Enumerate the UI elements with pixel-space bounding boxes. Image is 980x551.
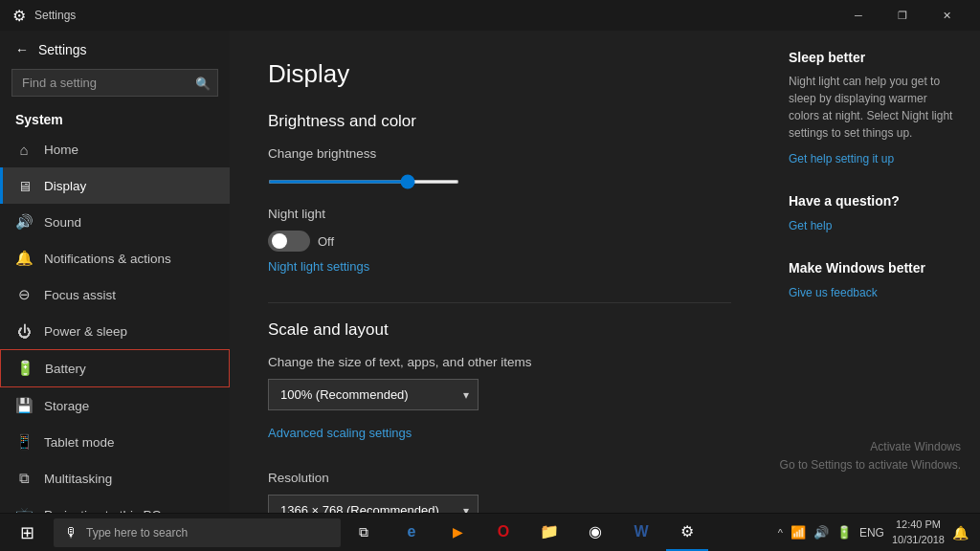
night-light-settings-link[interactable]: Night light settings (268, 259, 369, 274)
scale-dropdown[interactable]: 100% (Recommended) 125% 150% 175% (268, 379, 479, 410)
edge-icon: e (408, 523, 416, 540)
right-link-feedback[interactable]: Give us feedback (789, 286, 878, 299)
right-link-sleep[interactable]: Get help setting it up (789, 152, 894, 165)
sidebar-label-display: Display (44, 179, 86, 193)
sidebar-item-projecting[interactable]: 📺 Projecting to this PC (0, 496, 230, 513)
mic-icon: 🎙 (65, 525, 78, 540)
sidebar-item-notifications[interactable]: 🔔 Notifications & actions (0, 240, 230, 276)
back-icon: ← (15, 42, 29, 57)
right-section-windows: Make Windows better Give us feedback (789, 260, 961, 300)
divider-1 (268, 302, 731, 303)
opera-icon: O (498, 523, 509, 540)
notification-icon[interactable]: 🔔 (952, 525, 969, 540)
toggle-thumb (272, 233, 287, 249)
sidebar-label-focus: Focus assist (44, 288, 116, 302)
right-section-question: Have a question? Get help (789, 193, 961, 233)
volume-icon: 🔊 (813, 525, 829, 540)
sidebar-item-power[interactable]: ⏻ Power & sleep (0, 313, 230, 349)
scale-description: Change the size of text, apps, and other… (268, 355, 731, 369)
tablet-icon: 📱 (15, 433, 33, 451)
advanced-scaling-link[interactable]: Advanced scaling settings (268, 426, 412, 440)
brightness-label: Change brightness (268, 146, 731, 161)
taskbar-app-vlc[interactable]: ▶ (436, 515, 479, 551)
main-settings-panel: Display Brightness and color Change brig… (230, 31, 769, 513)
taskbar-app-chrome[interactable]: ◉ (574, 515, 616, 551)
brightness-section-heading: Brightness and color (268, 112, 731, 131)
scale-section-heading: Scale and layout (268, 320, 731, 340)
network-icon: 📶 (791, 525, 806, 540)
titlebar-controls: ─ ❐ ✕ (836, 0, 969, 31)
taskbar-app-files[interactable]: 📁 (528, 515, 570, 551)
power-icon: ⏻ (15, 322, 33, 340)
taskbar-clock[interactable]: 12:40 PM 10/31/2018 (892, 518, 945, 547)
focus-icon: ⊖ (15, 286, 33, 303)
display-icon: 🖥 (15, 177, 33, 194)
hidden-icons-btn[interactable]: ^ (778, 527, 783, 539)
task-view-icon: ⧉ (359, 524, 368, 540)
notifications-icon: 🔔 (15, 250, 33, 267)
settings-taskbar-icon: ⚙ (680, 522, 694, 540)
night-light-toggle[interactable]: Off (268, 231, 334, 252)
restore-button[interactable]: ❐ (880, 0, 924, 31)
page-title: Display (268, 59, 731, 89)
task-view-button[interactable]: ⧉ (345, 515, 383, 551)
nav-settings-label: Settings (38, 42, 87, 57)
resolution-dropdown[interactable]: 1366 × 768 (Recommended) 1024 × 768 800 … (268, 495, 479, 513)
home-icon: ⌂ (15, 141, 33, 158)
right-link-help[interactable]: Get help (789, 219, 832, 232)
resolution-dropdown-wrapper: 1366 × 768 (Recommended) 1024 × 768 800 … (268, 495, 479, 513)
taskbar-search[interactable]: 🎙 Type here to search (54, 518, 341, 547)
minimize-button[interactable]: ─ (836, 0, 880, 31)
taskbar-date-display: 10/31/2018 (892, 533, 945, 547)
storage-icon: 💾 (15, 397, 33, 414)
taskbar-app-edge[interactable]: e (390, 515, 433, 551)
sidebar-item-battery[interactable]: 🔋 Battery (0, 349, 230, 387)
brightness-slider[interactable] (268, 180, 459, 184)
sidebar-item-multitasking[interactable]: ⧉ Multitasking (0, 460, 230, 496)
search-icon: 🔍 (195, 76, 211, 90)
night-light-row: Off (268, 231, 731, 252)
word-icon: W (634, 523, 648, 540)
taskbar: ⊞ 🎙 Type here to search ⧉ e ▶ O 📁 ◉ W ⚙ … (0, 513, 980, 551)
vlc-icon: ▶ (453, 524, 463, 540)
sidebar-item-storage[interactable]: 💾 Storage (0, 387, 230, 424)
night-light-label: Night light (268, 207, 731, 221)
taskbar-app-word[interactable]: W (620, 515, 662, 551)
right-section-windows-title: Make Windows better (789, 260, 961, 276)
sidebar-label-sound: Sound (44, 215, 81, 230)
battery-icon: 🔋 (16, 360, 33, 377)
files-icon: 📁 (540, 522, 559, 540)
taskbar-app-settings[interactable]: ⚙ (666, 515, 708, 551)
app-body: ← Settings 🔍 System ⌂ Home 🖥 Display 🔊 S… (0, 31, 980, 513)
close-button[interactable]: ✕ (924, 0, 969, 31)
back-navigation[interactable]: ← Settings (0, 31, 230, 69)
taskbar-tray: ^ 📶 🔊 🔋 ENG 12:40 PM 10/31/2018 🔔 (778, 518, 976, 547)
sidebar-item-tablet[interactable]: 📱 Tablet mode (0, 424, 230, 460)
search-input[interactable] (11, 69, 218, 97)
sidebar-item-display[interactable]: 🖥 Display (0, 167, 230, 204)
sidebar-item-sound[interactable]: 🔊 Sound (0, 204, 230, 240)
activate-line1: Activate Windows (780, 438, 961, 456)
taskbar-search-text: Type here to search (86, 526, 188, 540)
settings-icon: ⚙ (11, 8, 27, 23)
sidebar-item-focus[interactable]: ⊖ Focus assist (0, 276, 230, 313)
night-light-state: Off (318, 234, 334, 249)
start-button[interactable]: ⊞ (4, 514, 50, 552)
projecting-icon: 📺 (15, 506, 33, 513)
start-icon: ⊞ (20, 522, 34, 543)
resolution-dropdown-container: 1366 × 768 (Recommended) 1024 × 768 800 … (268, 495, 731, 513)
sidebar: ← Settings 🔍 System ⌂ Home 🖥 Display 🔊 S… (0, 31, 230, 513)
right-section-sleep-text: Night light can help you get to sleep by… (789, 73, 961, 142)
sidebar-label-power: Power & sleep (44, 324, 127, 339)
sidebar-label-storage: Storage (44, 399, 89, 413)
toggle-track[interactable] (268, 231, 310, 252)
scale-dropdown-wrapper: 100% (Recommended) 125% 150% 175% (268, 379, 479, 410)
chrome-icon: ◉ (589, 522, 602, 540)
search-container: 🔍 (11, 69, 218, 97)
sidebar-label-projecting: Projecting to this PC (44, 508, 161, 514)
taskbar-app-opera[interactable]: O (482, 515, 524, 551)
sidebar-item-home[interactable]: ⌂ Home (0, 131, 230, 167)
titlebar-title: Settings (34, 9, 836, 22)
language-label: ENG (859, 526, 884, 540)
multitasking-icon: ⧉ (15, 470, 33, 487)
